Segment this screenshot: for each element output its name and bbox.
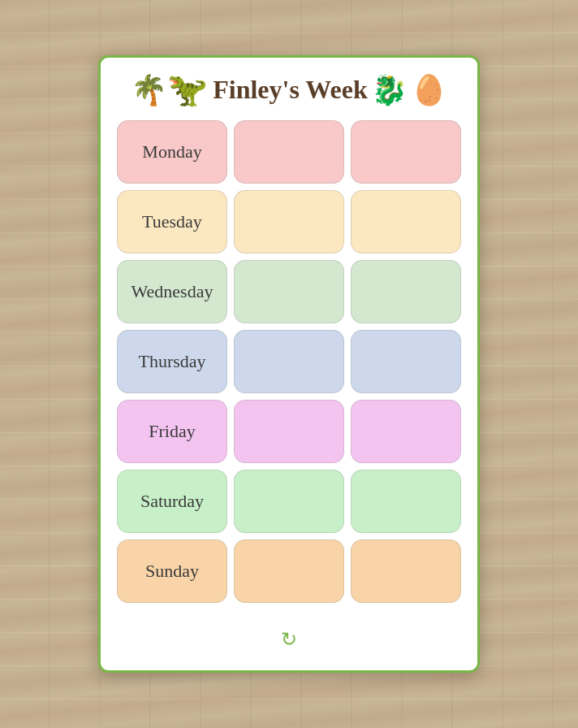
wednesday-cell-2[interactable]: [234, 260, 344, 323]
thursday-cell-2[interactable]: [234, 330, 344, 393]
tuesday-cell-3[interactable]: [351, 190, 461, 254]
weekly-planner-card: 🌴 🦖 Finley's Week 🐉 🥚 Monday Tuesday Wed…: [98, 55, 480, 673]
saturday-row: Saturday: [117, 470, 461, 533]
friday-label: Friday: [149, 421, 195, 442]
monday-cell-3[interactable]: [351, 120, 461, 184]
card-header: 🌴 🦖 Finley's Week 🐉 🥚: [117, 71, 461, 109]
wednesday-cell-3[interactable]: [351, 260, 461, 323]
friday-label-cell[interactable]: Friday: [117, 400, 227, 463]
thursday-cell-3[interactable]: [351, 330, 461, 393]
dino-right-icon: 🐉: [371, 73, 408, 107]
thursday-label: Thursday: [138, 351, 205, 372]
thursday-label-cell[interactable]: Thursday: [117, 330, 227, 393]
saturday-cell-2[interactable]: [234, 470, 344, 533]
monday-cell-2[interactable]: [234, 120, 344, 184]
tuesday-label-cell[interactable]: Tuesday: [117, 190, 227, 254]
sunday-label-cell[interactable]: Sunday: [117, 540, 227, 603]
tuesday-row: Tuesday: [117, 190, 461, 254]
egg-icon: 🥚: [411, 73, 447, 107]
sunday-row: Sunday: [117, 540, 461, 603]
saturday-label-cell[interactable]: Saturday: [117, 470, 227, 533]
thursday-row: Thursday: [117, 330, 461, 393]
refresh-icon[interactable]: ↻: [281, 628, 297, 651]
wednesday-label: Wednesday: [132, 281, 214, 302]
sunday-label: Sunday: [145, 561, 199, 582]
friday-cell-2[interactable]: [234, 400, 344, 463]
page-title: Finley's Week: [213, 75, 368, 105]
saturday-label: Saturday: [140, 491, 204, 512]
dino-left-icon: 🦖: [167, 71, 208, 109]
card-footer: ↻: [117, 628, 461, 651]
friday-cell-3[interactable]: [351, 400, 461, 463]
sunday-cell-3[interactable]: [351, 540, 461, 603]
tuesday-label: Tuesday: [142, 211, 202, 232]
friday-row: Friday: [117, 400, 461, 463]
wednesday-label-cell[interactable]: Wednesday: [117, 260, 227, 323]
tuesday-cell-2[interactable]: [234, 190, 344, 254]
wednesday-row: Wednesday: [117, 260, 461, 323]
monday-label: Monday: [142, 141, 201, 162]
monday-label-cell[interactable]: Monday: [117, 120, 227, 184]
days-grid: Monday Tuesday Wednesday Thursday: [117, 120, 461, 620]
sunday-cell-2[interactable]: [234, 540, 344, 603]
palm-icon: 🌴: [131, 73, 167, 107]
monday-row: Monday: [117, 120, 461, 184]
saturday-cell-3[interactable]: [351, 470, 461, 533]
